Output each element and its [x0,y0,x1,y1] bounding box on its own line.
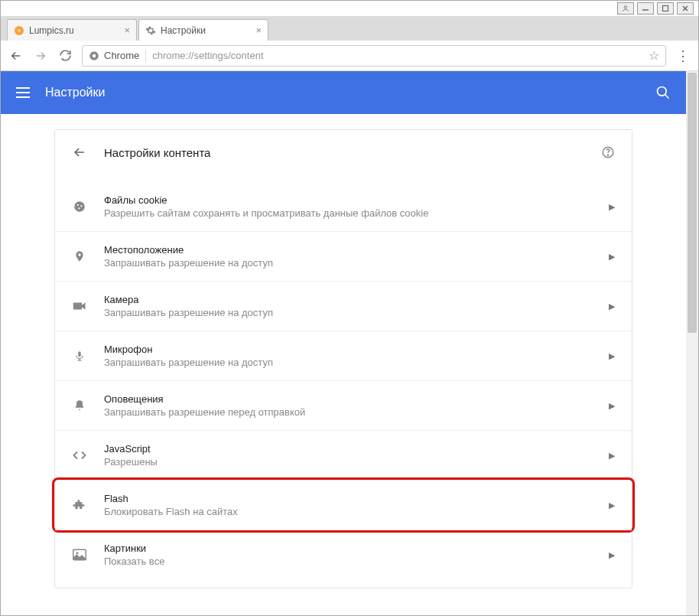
close-button[interactable] [677,2,694,15]
svg-point-0 [624,6,626,8]
tab-favicon-gear-icon [145,25,156,36]
tab-title: Lumpics.ru [29,25,124,36]
row-title: Картинки [104,543,592,554]
viewport: Настройки Настройки контента [1,71,698,615]
row-subtitle: Запрашивать разрешение на доступ [104,307,592,318]
row-text: Flash Блокировать Flash на сайтах [104,493,592,517]
code-icon [72,448,87,463]
minimize-button[interactable] [637,2,654,15]
svg-point-13 [74,201,85,212]
tab-close-icon[interactable]: × [124,24,130,36]
search-icon[interactable] [655,85,671,100]
tab-settings[interactable]: Настройки × [138,19,268,41]
row-subtitle: Запрашивать разрешение на доступ [104,357,592,368]
tab-close-icon[interactable]: × [255,24,262,36]
help-icon[interactable] [601,145,615,159]
vertical-scrollbar[interactable] [686,71,698,615]
row-subtitle: Разрешены [104,456,592,468]
chevron-right-icon: ▶ [609,301,615,311]
appbar: Настройки [1,71,686,114]
chevron-right-icon: ▶ [609,401,615,411]
window-frame: Lumpics.ru × Настройки × Chrome chrome: [0,0,699,616]
row-title: Файлы cookie [104,194,592,206]
row-title: Оповещения [104,393,592,405]
content-settings-card: Настройки контента Файлы cookie Разрешит… [54,129,632,588]
row-text: Местоположение Запрашивать разрешение на… [104,244,592,269]
row-text: Микрофон Запрашивать разрешение на досту… [104,344,592,368]
svg-rect-2 [663,6,668,11]
row-title: Камера [104,294,592,305]
appbar-title: Настройки [45,86,640,99]
bell-icon [72,398,87,413]
microphone-icon [72,348,87,363]
scrollbar-thumb[interactable] [688,73,697,333]
chevron-right-icon: ▶ [609,351,615,361]
toolbar: Chrome chrome://settings/content ☆ ⋮ [1,41,698,71]
tab-favicon-orange-icon [14,25,24,36]
chevron-right-icon: ▶ [609,202,615,212]
tab-title: Настройки [161,25,255,36]
chevron-right-icon: ▶ [609,500,615,510]
back-button[interactable] [8,48,24,64]
omnibox-url: chrome://settings/content [152,50,644,61]
card-title: Настройки контента [104,146,584,159]
row-title: Flash [104,493,592,504]
user-button[interactable] [617,2,634,15]
puzzle-piece-icon [72,497,87,513]
row-text: Файлы cookie Разрешить сайтам сохранять … [104,194,592,219]
svg-rect-17 [73,303,82,310]
row-text: Картинки Показать все [104,543,592,567]
row-subtitle: Запрашивать разрешение на доступ [104,257,592,269]
row-text: Камера Запрашивать разрешение на доступ [104,294,592,318]
omnibox-origin: Chrome [104,50,139,61]
chevron-right-icon: ▶ [609,550,615,560]
card-header: Настройки контента [55,130,632,174]
svg-point-20 [76,552,79,554]
maximize-button[interactable] [657,2,674,15]
row-title: Микрофон [104,344,592,355]
svg-point-14 [77,204,79,206]
row-subtitle: Блокировать Flash на сайтах [104,506,592,517]
hamburger-menu-icon[interactable] [16,87,30,98]
svg-point-15 [80,205,82,207]
kebab-menu-button[interactable]: ⋮ [675,47,691,64]
setting-row-microphone[interactable]: Микрофон Запрашивать разрешение на досту… [55,331,632,380]
row-text: Оповещения Запрашивать разрешение перед … [104,393,592,418]
setting-row-cookies[interactable]: Файлы cookie Разрешить сайтам сохранять … [55,182,632,231]
forward-button[interactable] [33,48,48,64]
row-title: JavaScript [104,443,592,455]
card-area: Настройки контента Файлы cookie Разрешит… [1,114,686,588]
row-subtitle: Запрашивать разрешение перед отправкой [104,406,592,418]
titlebar [1,1,698,16]
reload-button[interactable] [57,48,73,64]
camera-icon [72,298,87,314]
setting-row-location[interactable]: Местоположение Запрашивать разрешение на… [55,231,632,281]
window-controls [617,2,694,15]
back-arrow-icon[interactable] [72,145,87,160]
image-icon [72,547,87,562]
setting-row-flash[interactable]: Flash Блокировать Flash на сайтах ▶ [55,480,632,530]
setting-row-camera[interactable]: Камера Запрашивать разрешение на доступ … [55,281,632,331]
row-title: Местоположение [104,244,592,256]
row-subtitle: Показать все [104,556,592,567]
svg-line-10 [665,95,669,99]
setting-row-images[interactable]: Картинки Показать все ▶ [55,530,632,579]
tab-strip: Lumpics.ru × Настройки × [1,16,698,41]
svg-point-12 [607,155,608,155]
setting-row-javascript[interactable]: JavaScript Разрешены ▶ [55,430,632,480]
row-text: JavaScript Разрешены [104,443,592,468]
svg-point-6 [18,29,21,32]
row-subtitle: Разрешить сайтам сохранять и просматрива… [104,207,592,219]
settings-page: Настройки Настройки контента [1,71,686,615]
bookmark-star-icon[interactable]: ☆ [649,48,659,63]
svg-point-16 [78,207,80,209]
chrome-badge-icon [89,51,99,61]
setting-row-notifications[interactable]: Оповещения Запрашивать разрешение перед … [55,380,632,430]
svg-point-8 [93,54,96,57]
omnibox[interactable]: Chrome chrome://settings/content ☆ [82,45,666,67]
location-pin-icon [72,249,87,264]
svg-point-9 [658,87,667,96]
tab-lumpics[interactable]: Lumpics.ru × [7,19,137,41]
cookie-icon [72,199,87,214]
chevron-right-icon: ▶ [609,252,615,262]
